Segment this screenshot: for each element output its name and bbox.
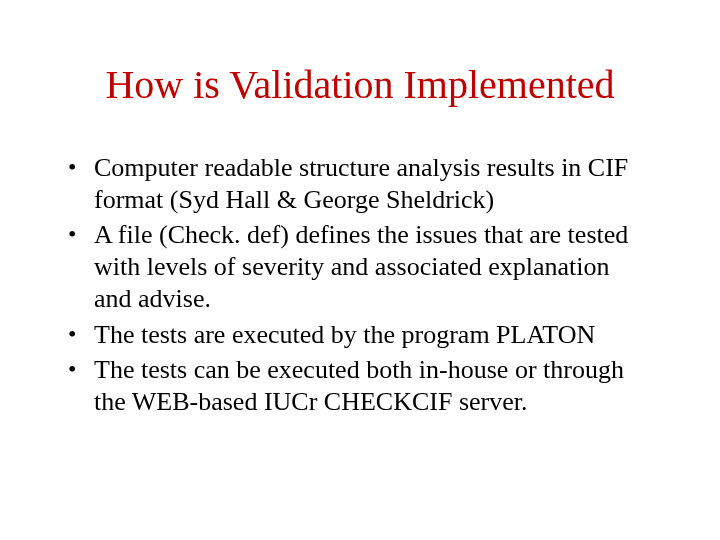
bullet-list: Computer readable structure analysis res… bbox=[60, 152, 660, 418]
list-item: Computer readable structure analysis res… bbox=[64, 152, 650, 215]
list-item: The tests are executed by the program PL… bbox=[64, 319, 650, 351]
list-item: A file (Check. def) defines the issues t… bbox=[64, 219, 650, 314]
list-item: The tests can be executed both in-house … bbox=[64, 354, 650, 417]
slide: How is Validation Implemented Computer r… bbox=[0, 0, 720, 540]
slide-title: How is Validation Implemented bbox=[60, 62, 660, 108]
